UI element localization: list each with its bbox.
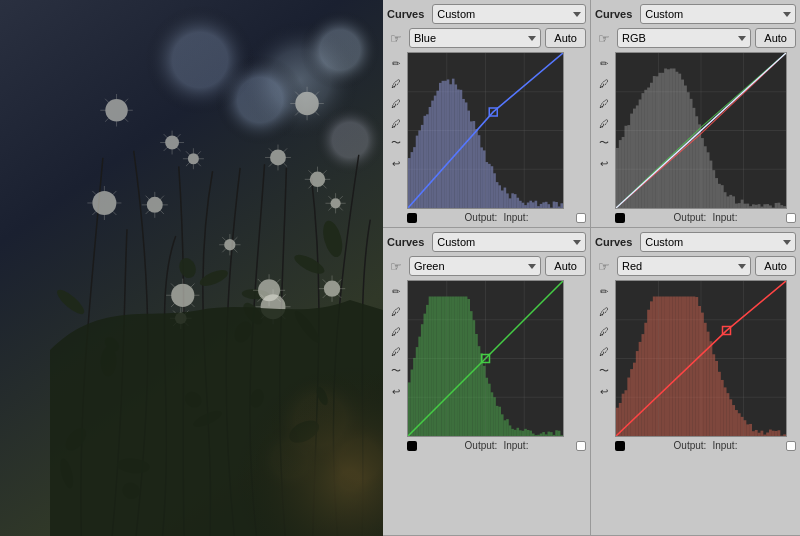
input-label-green: Input: <box>503 440 528 451</box>
eyedropper-black-green[interactable]: 🖊 <box>387 302 405 320</box>
black-point-green[interactable] <box>407 441 417 451</box>
channel-select-green[interactable]: Green RGB Red Green Blue <box>409 256 541 276</box>
channel-select-rgb[interactable]: RGB Red Green Blue <box>617 28 751 48</box>
black-point-rgb[interactable] <box>615 213 625 223</box>
output-label-red: Output: <box>674 440 707 451</box>
reset-tool-rgb[interactable]: ↩ <box>595 154 613 172</box>
black-point-blue[interactable] <box>407 213 417 223</box>
pencil-tool-blue[interactable]: ✏ <box>387 54 405 72</box>
curves-title-blue: Curves <box>387 8 424 20</box>
reset-tool-blue[interactable]: ↩ <box>387 154 405 172</box>
green-curve-canvas[interactable] <box>407 280 564 437</box>
black-point-red[interactable] <box>615 441 625 451</box>
eyedropper-black-red[interactable]: 🖊 <box>595 302 613 320</box>
curves-preset-green[interactable]: Custom <box>432 232 586 252</box>
output-label-rgb: Output: <box>674 212 707 223</box>
eyedropper-black-blue[interactable]: 🖊 <box>387 74 405 92</box>
left-tools-blue: ✏ 🖊 🖊 🖊 〜 ↩ <box>387 52 405 223</box>
curves-preset-red[interactable]: Custom <box>640 232 796 252</box>
blue-graph-wrapper: Output: Input: <box>407 52 586 223</box>
reset-tool-red[interactable]: ↩ <box>595 382 613 400</box>
auto-button-green[interactable]: Auto <box>545 256 586 276</box>
curves-title-rgb: Curves <box>595 8 632 20</box>
output-label-green: Output: <box>465 440 498 451</box>
curves-preset-blue[interactable]: Custom <box>432 4 586 24</box>
output-label-blue: Output: <box>465 212 498 223</box>
eyedropper-gray-red[interactable]: 🖊 <box>595 322 613 340</box>
green-graph-wrapper: Output: Input: <box>407 280 586 451</box>
smooth-tool-red[interactable]: 〜 <box>595 362 613 380</box>
curves-right-column: Curves Custom ☞ RGB Red Green Blue Auto … <box>591 0 800 536</box>
pencil-tool-rgb[interactable]: ✏ <box>595 54 613 72</box>
auto-button-red[interactable]: Auto <box>755 256 796 276</box>
channel-select-blue[interactable]: Blue RGB Red Green Blue <box>409 28 541 48</box>
curves-panel-red: Curves Custom ☞ Red RGB Red Green Blue A… <box>591 228 800 536</box>
curves-left-column: Curves Custom ☞ Blue RGB Red Green Blue … <box>383 0 591 536</box>
white-point-red[interactable] <box>786 441 796 451</box>
eyedropper-white-red[interactable]: 🖊 <box>595 342 613 360</box>
curves-panel-blue: Curves Custom ☞ Blue RGB Red Green Blue … <box>383 0 590 228</box>
photo-canvas <box>0 0 383 536</box>
eyedropper-white-green[interactable]: 🖊 <box>387 342 405 360</box>
curves-preset-rgb[interactable]: Custom <box>640 4 796 24</box>
smooth-tool-green[interactable]: 〜 <box>387 362 405 380</box>
red-curve-canvas[interactable] <box>615 280 787 437</box>
input-label-blue: Input: <box>503 212 528 223</box>
reset-tool-green[interactable]: ↩ <box>387 382 405 400</box>
input-label-red: Input: <box>712 440 737 451</box>
smooth-tool-rgb[interactable]: 〜 <box>595 134 613 152</box>
photo-panel <box>0 0 383 536</box>
finger-tool-rgb[interactable]: ☞ <box>595 29 613 47</box>
curves-panel-rgb: Curves Custom ☞ RGB Red Green Blue Auto … <box>591 0 800 228</box>
auto-button-rgb[interactable]: Auto <box>755 28 796 48</box>
curves-title-red: Curves <box>595 236 632 248</box>
white-point-green[interactable] <box>576 441 586 451</box>
blue-curve-canvas[interactable] <box>407 52 564 209</box>
white-point-rgb[interactable] <box>786 213 796 223</box>
pencil-tool-red[interactable]: ✏ <box>595 282 613 300</box>
finger-tool-red[interactable]: ☞ <box>595 257 613 275</box>
panels-container: Curves Custom ☞ Blue RGB Red Green Blue … <box>383 0 800 536</box>
eyedropper-gray-rgb[interactable]: 🖊 <box>595 94 613 112</box>
rgb-graph-wrapper: Output: Input: <box>615 52 796 223</box>
pencil-tool-green[interactable]: ✏ <box>387 282 405 300</box>
curves-title-green: Curves <box>387 236 424 248</box>
left-tools-red: ✏ 🖊 🖊 🖊 〜 ↩ <box>595 280 613 451</box>
left-tools-green: ✏ 🖊 🖊 🖊 〜 ↩ <box>387 280 405 451</box>
eyedropper-gray-green[interactable]: 🖊 <box>387 322 405 340</box>
curves-panel-green: Curves Custom ☞ Green RGB Red Green Blue… <box>383 228 590 536</box>
finger-tool-green[interactable]: ☞ <box>387 257 405 275</box>
rgb-curve-canvas[interactable] <box>615 52 787 209</box>
smooth-tool-blue[interactable]: 〜 <box>387 134 405 152</box>
finger-tool-blue[interactable]: ☞ <box>387 29 405 47</box>
eyedropper-gray-blue[interactable]: 🖊 <box>387 94 405 112</box>
eyedropper-white-rgb[interactable]: 🖊 <box>595 114 613 132</box>
input-label-rgb: Input: <box>712 212 737 223</box>
red-graph-wrapper: Output: Input: <box>615 280 796 451</box>
eyedropper-white-blue[interactable]: 🖊 <box>387 114 405 132</box>
auto-button-blue[interactable]: Auto <box>545 28 586 48</box>
white-point-blue[interactable] <box>576 213 586 223</box>
left-tools-rgb: ✏ 🖊 🖊 🖊 〜 ↩ <box>595 52 613 223</box>
channel-select-red[interactable]: Red RGB Red Green Blue <box>617 256 751 276</box>
eyedropper-black-rgb[interactable]: 🖊 <box>595 74 613 92</box>
